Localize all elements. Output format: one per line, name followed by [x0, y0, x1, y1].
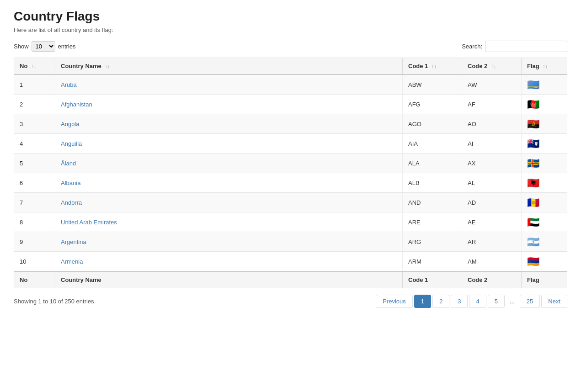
table-header-row: No ↑↓ Country Name ↑↓ Code 1 ↑↓ Code 2 ↑… — [14, 58, 567, 75]
sort-icon-code2: ↑↓ — [491, 64, 496, 69]
entries-label: entries — [58, 43, 76, 50]
cell-code1: ARE — [403, 212, 462, 232]
cell-code2: AI — [462, 134, 522, 154]
cell-code2: AO — [462, 114, 522, 134]
cell-code1: ALB — [403, 173, 462, 193]
country-flags-table: No ↑↓ Country Name ↑↓ Code 1 ↑↓ Code 2 ↑… — [14, 58, 567, 288]
cell-country-name[interactable]: Andorra — [55, 193, 403, 212]
pagination: Previous 1 2 3 4 5 ... 25 Next — [376, 295, 567, 308]
cell-country-name[interactable]: Armenia — [55, 252, 403, 272]
cell-no: 7 — [14, 193, 55, 212]
cell-flag: 🇦🇮 — [522, 134, 567, 154]
sort-icon-country: ↑↓ — [105, 64, 110, 69]
sort-icon-flag: ↑↓ — [543, 64, 548, 69]
col-country-name[interactable]: Country Name ↑↓ — [55, 58, 403, 75]
page-3-button[interactable]: 3 — [451, 295, 468, 308]
cell-flag: 🇦🇽 — [522, 154, 567, 173]
page-subtitle: Here are list of all country and its fla… — [14, 26, 567, 33]
cell-code2: AD — [462, 193, 522, 212]
cell-flag: 🇦🇪 — [522, 212, 567, 232]
search-label: Search: — [462, 43, 482, 50]
col-no[interactable]: No ↑↓ — [14, 58, 55, 75]
sort-icon-no: ↑↓ — [31, 64, 36, 69]
col-code1[interactable]: Code 1 ↑↓ — [403, 58, 462, 75]
table-row: 4AnguillaAIAAI🇦🇮 — [14, 134, 567, 154]
footer-col-flag: Flag — [522, 271, 567, 288]
page-25-button[interactable]: 25 — [520, 295, 540, 308]
cell-country-name[interactable]: Argentina — [55, 232, 403, 252]
show-label: Show — [14, 43, 29, 50]
table-row: 7AndorraANDAD🇦🇩 — [14, 193, 567, 212]
page-2-button[interactable]: 2 — [432, 295, 449, 308]
table-row: 2AfghanistanAFGAF🇦🇫 — [14, 95, 567, 114]
cell-code2: AR — [462, 232, 522, 252]
table-row: 5ÅlandALAAX🇦🇽 — [14, 154, 567, 173]
cell-country-name[interactable]: Albania — [55, 173, 403, 193]
footer-col-code2: Code 2 — [462, 271, 522, 288]
cell-flag: 🇦🇱 — [522, 173, 567, 193]
footer-col-code1: Code 1 — [403, 271, 462, 288]
page-title: Country Flags — [14, 9, 567, 24]
cell-no: 5 — [14, 154, 55, 173]
table-footer-row: No Country Name Code 1 Code 2 Flag — [14, 271, 567, 288]
cell-no: 2 — [14, 95, 55, 114]
cell-no: 6 — [14, 173, 55, 193]
col-flag[interactable]: Flag ↑↓ — [522, 58, 567, 75]
cell-flag: 🇦🇲 — [522, 252, 567, 272]
show-entries-control: Show 10 25 50 100 entries — [14, 41, 76, 52]
col-code2[interactable]: Code 2 ↑↓ — [462, 58, 522, 75]
entries-select[interactable]: 10 25 50 100 — [32, 41, 55, 52]
cell-code1: ARM — [403, 252, 462, 272]
cell-code2: AM — [462, 252, 522, 272]
cell-code1: ARG — [403, 232, 462, 252]
table-body: 1ArubaABWAW🇦🇼2AfghanistanAFGAF🇦🇫3AngolaA… — [14, 74, 567, 271]
footer-col-no: No — [14, 271, 55, 288]
next-button[interactable]: Next — [541, 295, 567, 308]
cell-code2: AW — [462, 74, 522, 95]
cell-country-name[interactable]: Anguilla — [55, 134, 403, 154]
cell-country-name[interactable]: Angola — [55, 114, 403, 134]
ellipsis: ... — [506, 295, 518, 307]
table-row: 1ArubaABWAW🇦🇼 — [14, 74, 567, 95]
controls-top: Show 10 25 50 100 entries Search: — [14, 41, 567, 52]
page-5-button[interactable]: 5 — [488, 295, 505, 308]
cell-flag: 🇦🇫 — [522, 95, 567, 114]
sort-icon-code1: ↑↓ — [432, 64, 437, 69]
search-input[interactable] — [485, 41, 567, 52]
page-1-button[interactable]: 1 — [414, 295, 431, 308]
showing-info: Showing 1 to 10 of 250 entries — [14, 298, 94, 305]
cell-code1: ABW — [403, 74, 462, 95]
cell-code1: AND — [403, 193, 462, 212]
previous-button[interactable]: Previous — [376, 295, 413, 308]
cell-no: 9 — [14, 232, 55, 252]
cell-no: 4 — [14, 134, 55, 154]
cell-code2: AL — [462, 173, 522, 193]
cell-code2: AE — [462, 212, 522, 232]
cell-no: 3 — [14, 114, 55, 134]
cell-flag: 🇦🇩 — [522, 193, 567, 212]
search-box: Search: — [462, 41, 567, 52]
table-row: 10ArmeniaARMAM🇦🇲 — [14, 252, 567, 272]
cell-country-name[interactable]: United Arab Emirates — [55, 212, 403, 232]
cell-country-name[interactable]: Aruba — [55, 74, 403, 95]
cell-flag: 🇦🇷 — [522, 232, 567, 252]
cell-flag: 🇦🇴 — [522, 114, 567, 134]
table-row: 8United Arab EmiratesAREAE🇦🇪 — [14, 212, 567, 232]
cell-no: 1 — [14, 74, 55, 95]
cell-code1: AGO — [403, 114, 462, 134]
cell-country-name[interactable]: Åland — [55, 154, 403, 173]
cell-code1: AFG — [403, 95, 462, 114]
table-row: 6AlbaniaALBAL🇦🇱 — [14, 173, 567, 193]
cell-code1: AIA — [403, 134, 462, 154]
cell-code1: ALA — [403, 154, 462, 173]
cell-flag: 🇦🇼 — [522, 74, 567, 95]
cell-code2: AX — [462, 154, 522, 173]
controls-bottom: Showing 1 to 10 of 250 entries Previous … — [14, 295, 567, 308]
table-row: 3AngolaAGOAO🇦🇴 — [14, 114, 567, 134]
cell-country-name[interactable]: Afghanistan — [55, 95, 403, 114]
cell-no: 10 — [14, 252, 55, 272]
page-4-button[interactable]: 4 — [469, 295, 486, 308]
table-row: 9ArgentinaARGAR🇦🇷 — [14, 232, 567, 252]
cell-code2: AF — [462, 95, 522, 114]
footer-col-country-name: Country Name — [55, 271, 403, 288]
